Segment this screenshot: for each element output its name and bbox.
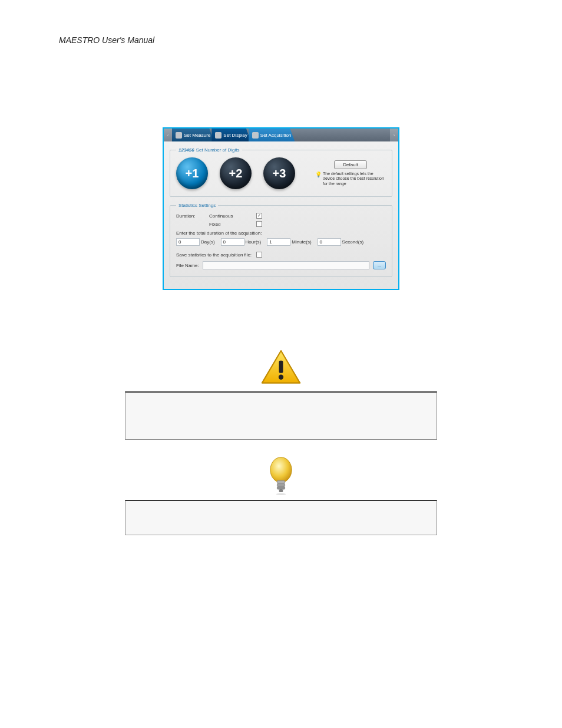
default-button[interactable]: Default [334, 160, 366, 169]
svg-rect-5 [277, 486, 285, 489]
tab-set-display[interactable]: Set Display [211, 129, 250, 141]
tab-label: Set Measure [184, 133, 210, 138]
statistics-fieldset: Statistics Settings Duration: Continuous… [170, 203, 392, 277]
save-stats-checkbox[interactable] [256, 252, 262, 258]
days-input[interactable]: 0 [176, 238, 200, 246]
filename-label: File Name: [176, 263, 199, 268]
warning-icon [260, 349, 302, 386]
settings-panel: ‹ Set Measure Set Display Set Acquisitio… [163, 127, 399, 290]
scroll-right-button[interactable]: › [390, 129, 398, 141]
minutes-input[interactable]: 1 [267, 238, 290, 246]
fixed-checkbox[interactable] [256, 221, 262, 227]
page-header: MAESTRO User's Manual [59, 35, 503, 45]
continuous-checkbox[interactable]: ✓ [256, 213, 262, 219]
svg-rect-0 [279, 361, 283, 373]
tab-label: Set Acquisition [260, 133, 291, 138]
hours-input[interactable]: 0 [221, 238, 244, 246]
seconds-input[interactable]: 0 [318, 238, 341, 246]
warning-box [125, 391, 437, 440]
svg-rect-6 [279, 489, 283, 492]
tab-set-acquisition[interactable]: Set Acquisition [249, 129, 295, 141]
tab-set-measure[interactable]: Set Measure [172, 129, 214, 141]
browse-button[interactable]: ... [373, 261, 386, 269]
digits-icon: 123456 [178, 147, 194, 153]
minutes-unit: Minute(s) [292, 239, 311, 245]
filename-input[interactable] [203, 261, 369, 269]
default-hint-text: The default settings lets the device cho… [323, 172, 386, 186]
scroll-left-button[interactable]: ‹ [164, 129, 172, 141]
tip-box [125, 500, 437, 535]
acquisition-icon [252, 132, 259, 139]
toolbar: ‹ Set Measure Set Display Set Acquisitio… [164, 129, 398, 141]
stats-legend: Statistics Settings [176, 203, 218, 208]
seconds-unit: Second(s) [342, 239, 363, 245]
digits-plus-2-button[interactable]: +2 [220, 157, 252, 189]
hours-unit: Hour(s) [246, 239, 262, 245]
days-unit: Day(s) [201, 239, 215, 245]
duration-label: Duration: [176, 213, 209, 219]
svg-rect-4 [277, 483, 285, 486]
svg-point-1 [279, 375, 283, 380]
duration-note: Enter the total duration of the acquisit… [176, 230, 386, 236]
digits-legend: 123456 Set Number of Digits [176, 147, 242, 153]
svg-rect-3 [277, 480, 285, 483]
tab-label: Set Display [223, 133, 247, 138]
digits-legend-text: Set Number of Digits [196, 147, 240, 153]
continuous-label: Continuous [209, 213, 256, 219]
digits-plus-1-button[interactable]: +1 [176, 157, 208, 189]
lightbulb-icon-large [266, 456, 296, 495]
display-icon [215, 132, 222, 139]
digits-fieldset: 123456 Set Number of Digits +1 +2 +3 Def… [170, 147, 392, 197]
svg-point-7 [276, 493, 286, 495]
save-stats-label: Save statistics to the acquisition file: [176, 252, 256, 258]
svg-point-2 [270, 457, 292, 483]
lightbulb-icon: 💡 [315, 172, 322, 186]
measure-icon [176, 132, 182, 139]
digits-plus-3-button[interactable]: +3 [263, 157, 295, 189]
fixed-label: Fixed [209, 222, 256, 227]
